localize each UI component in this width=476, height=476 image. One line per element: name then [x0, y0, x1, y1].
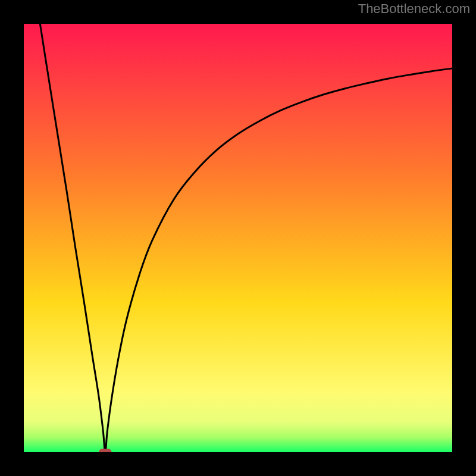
chart-container: TheBottleneck.com: [0, 0, 476, 476]
plot-background: [24, 24, 452, 452]
bottleneck-chart: [0, 0, 476, 476]
watermark-label: TheBottleneck.com: [358, 1, 470, 17]
